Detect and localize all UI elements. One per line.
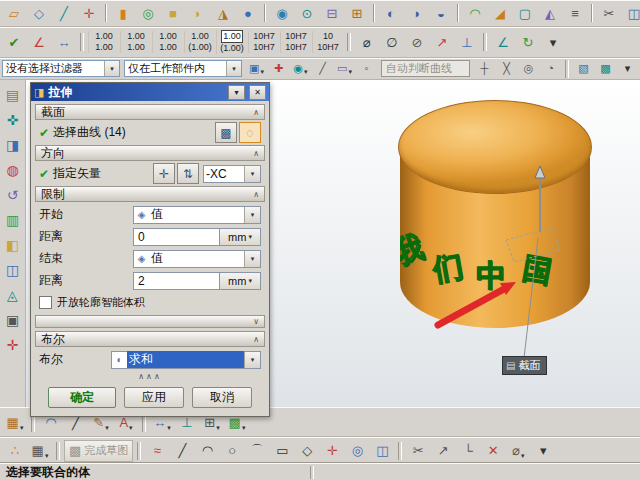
- sketch-icon[interactable]: ▱: [2, 2, 26, 24]
- auto-dimension-icon[interactable]: ↔: [52, 31, 76, 53]
- edge-blend-icon[interactable]: ◠: [463, 2, 487, 24]
- dim-field-4[interactable]: 1.00(1.00): [184, 31, 215, 53]
- section-tag[interactable]: ▤ 截面: [502, 356, 547, 375]
- dim-field-2[interactable]: 1.001.00: [120, 31, 151, 53]
- grid-snap-icon[interactable]: ▦▾: [28, 440, 52, 462]
- finish-sketch-button[interactable]: ▩完成草图: [64, 440, 133, 462]
- apply-button[interactable]: 应用: [124, 387, 184, 408]
- materials-icon[interactable]: ◧: [1, 234, 25, 256]
- snap-circle-icon[interactable]: ◉▾: [290, 59, 311, 78]
- inferred-vector-button[interactable]: ✛: [153, 163, 175, 184]
- end-distance-field[interactable]: 2 mm ▾: [133, 272, 261, 290]
- unite-icon[interactable]: ◐: [379, 2, 403, 24]
- dialog-collapse-arrows[interactable]: ∧∧∧: [31, 372, 269, 383]
- end-distance-unit[interactable]: mm ▾: [220, 272, 261, 290]
- end-type-combo[interactable]: ◈ 值 ▾: [133, 250, 261, 268]
- circle-icon[interactable]: ○: [220, 440, 244, 462]
- open-profile-checkbox[interactable]: [39, 296, 52, 309]
- sketch-grid-icon[interactable]: ▦▾: [3, 412, 27, 434]
- diameter-dim-icon[interactable]: ⌀: [355, 31, 379, 53]
- delete-icon[interactable]: ✕: [481, 440, 505, 462]
- snap-point-icon[interactable]: ▣▾: [246, 59, 267, 78]
- selection-scope-combo[interactable]: 仅在工作部件内 ▾: [124, 60, 242, 77]
- end-distance-input[interactable]: 2: [133, 272, 220, 290]
- no-symbol-icon[interactable]: ⊘: [405, 31, 429, 53]
- sphere-icon[interactable]: ●: [236, 2, 260, 24]
- part-navigator-icon[interactable]: ▤: [1, 84, 25, 106]
- history-icon[interactable]: ↺: [1, 184, 25, 206]
- dialog-rollup-button[interactable]: ▾: [228, 85, 245, 100]
- mirror-curve-icon[interactable]: ◫: [370, 440, 394, 462]
- shaded-icon[interactable]: ▩: [595, 59, 616, 78]
- dim-field-8[interactable]: 1010H7: [312, 31, 343, 53]
- chevron-down-icon[interactable]: ▾: [244, 251, 260, 267]
- snap-rect-icon[interactable]: ▭▾: [334, 59, 355, 78]
- snap-end-icon[interactable]: ✚: [268, 59, 289, 78]
- extrude-icon[interactable]: ▮: [111, 2, 135, 24]
- shell-icon[interactable]: ▢: [513, 2, 537, 24]
- selection-filter-combo[interactable]: 没有选择过滤器 ▾: [2, 60, 120, 77]
- direction-group-header[interactable]: 方向 ∧: [35, 145, 265, 161]
- chevron-down-icon[interactable]: ▾: [248, 277, 252, 285]
- chamfer-icon[interactable]: ◢: [488, 2, 512, 24]
- more-curves-icon[interactable]: ▾: [531, 440, 555, 462]
- chevron-down-icon[interactable]: ▾: [226, 61, 241, 76]
- chevron-down-icon[interactable]: ▾: [244, 166, 260, 182]
- intersect-icon[interactable]: ◒: [429, 2, 453, 24]
- points-set-icon[interactable]: ∴: [3, 440, 27, 462]
- more-options-icon[interactable]: ▾: [617, 59, 638, 78]
- cylinder-top-face[interactable]: [398, 100, 592, 194]
- snap-intersection-icon[interactable]: ╳: [496, 59, 517, 78]
- spline-icon[interactable]: ≈: [145, 440, 169, 462]
- line-icon[interactable]: ╱: [170, 440, 194, 462]
- datum-plane-icon[interactable]: ◇: [27, 2, 51, 24]
- offset-curve-icon[interactable]: ◎: [345, 440, 369, 462]
- cylinder-model[interactable]: 我 们 中 国: [398, 100, 594, 340]
- dim-field-7[interactable]: 10H710H7: [280, 31, 311, 53]
- snap-free-icon[interactable]: ◦: [356, 59, 377, 78]
- dim-field-5[interactable]: 1.00(1.00): [216, 30, 247, 54]
- boolean-combo[interactable]: ◐ 求和 ▾: [111, 351, 261, 369]
- vector-type-combo[interactable]: -XC ▾: [203, 165, 261, 183]
- boss-icon[interactable]: ⊙: [295, 2, 319, 24]
- cylinder-icon[interactable]: ◗: [186, 2, 210, 24]
- touch-mode-icon[interactable]: ◬: [1, 284, 25, 306]
- fillet-icon[interactable]: ⌒: [245, 440, 269, 462]
- mirror-feature-icon[interactable]: ◫: [622, 2, 640, 24]
- roles-icon[interactable]: ◫: [1, 259, 25, 281]
- measure-icon[interactable]: ⌀▾: [506, 440, 530, 462]
- datum-axis-icon[interactable]: ╱: [52, 2, 76, 24]
- hole-icon[interactable]: ◉: [270, 2, 294, 24]
- verify-icon[interactable]: ✔: [2, 31, 26, 53]
- perpendicular-icon[interactable]: ⊥: [455, 31, 479, 53]
- snap-quadrant-icon[interactable]: ◔: [540, 59, 561, 78]
- start-distance-unit[interactable]: mm ▾: [220, 228, 261, 246]
- empty-set-icon[interactable]: ∅: [380, 31, 404, 53]
- palette-icon[interactable]: ▥: [1, 209, 25, 231]
- chevron-down-icon[interactable]: ▾: [244, 352, 260, 368]
- more-icon[interactable]: ▾: [541, 31, 565, 53]
- constraint-icon[interactable]: ∠: [27, 31, 51, 53]
- dim-field-6[interactable]: 10H710H7: [248, 31, 279, 53]
- section-sketch-button[interactable]: ▩: [215, 122, 237, 143]
- section-group-header[interactable]: 截面 ∧: [35, 104, 265, 120]
- revolve-icon[interactable]: ◎: [136, 2, 160, 24]
- trim-body-icon[interactable]: ✂: [597, 2, 621, 24]
- point-icon[interactable]: ✛: [77, 2, 101, 24]
- ok-button[interactable]: 确定: [48, 387, 116, 408]
- cancel-button[interactable]: 取消: [192, 387, 252, 408]
- polygon-icon[interactable]: ◇: [295, 440, 319, 462]
- corner-icon[interactable]: └: [456, 440, 480, 462]
- draft-icon[interactable]: ◭: [538, 2, 562, 24]
- chevron-down-icon[interactable]: ▾: [104, 61, 119, 76]
- extend-curve-icon[interactable]: ↗: [431, 440, 455, 462]
- hd3d-tool-icon[interactable]: ◨: [1, 134, 25, 156]
- wireframe-icon[interactable]: ▧: [573, 59, 594, 78]
- dim-field-3[interactable]: 1.001.00: [152, 31, 183, 53]
- boolean-group-header[interactable]: 布尔 ∧: [35, 331, 265, 347]
- snap-center-icon[interactable]: ◎: [518, 59, 539, 78]
- dialog-titlebar[interactable]: ◨ 拉伸 ▾ ✕: [31, 83, 269, 101]
- point-tool-icon[interactable]: ✛: [320, 440, 344, 462]
- rectangle-icon[interactable]: ▭: [270, 440, 294, 462]
- collapsed-group-bar[interactable]: ∨: [35, 315, 265, 328]
